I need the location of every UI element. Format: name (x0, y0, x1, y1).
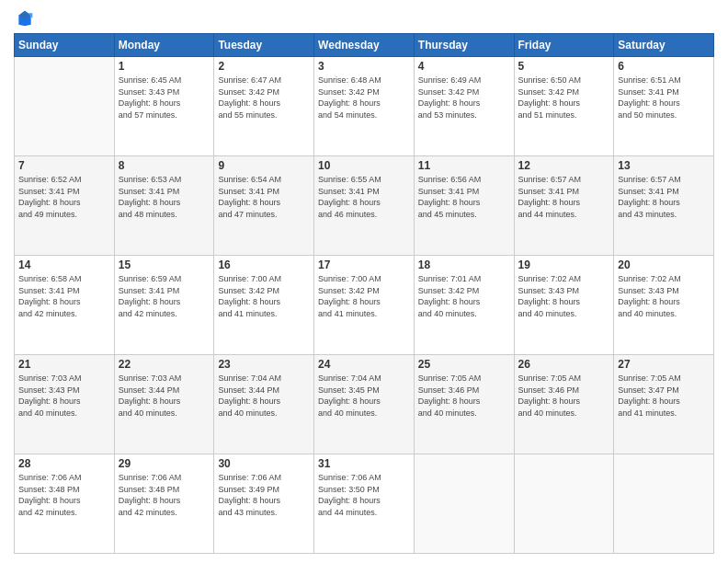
day-info: Sunrise: 6:48 AM Sunset: 3:42 PM Dayligh… (318, 75, 410, 121)
day-number: 25 (418, 358, 510, 371)
day-number: 10 (318, 159, 410, 172)
day-info: Sunrise: 6:55 AM Sunset: 3:41 PM Dayligh… (318, 174, 410, 220)
calendar-cell: 9Sunrise: 6:54 AM Sunset: 3:41 PM Daylig… (214, 156, 314, 256)
day-number: 3 (318, 60, 410, 73)
calendar-cell: 2Sunrise: 6:47 AM Sunset: 3:42 PM Daylig… (214, 57, 314, 156)
day-info: Sunrise: 7:03 AM Sunset: 3:44 PM Dayligh… (119, 373, 210, 419)
day-number: 27 (618, 358, 710, 371)
day-number: 15 (119, 259, 210, 271)
page: SundayMondayTuesdayWednesdayThursdayFrid… (0, 0, 728, 563)
calendar-cell (514, 454, 614, 554)
day-info: Sunrise: 6:45 AM Sunset: 3:43 PM Dayligh… (119, 75, 210, 121)
calendar-cell: 29Sunrise: 7:06 AM Sunset: 3:48 PM Dayli… (114, 454, 214, 554)
day-info: Sunrise: 6:52 AM Sunset: 3:41 PM Dayligh… (18, 174, 110, 220)
day-number: 13 (618, 159, 710, 172)
calendar-cell: 30Sunrise: 7:06 AM Sunset: 3:49 PM Dayli… (214, 454, 314, 554)
day-number: 26 (518, 358, 610, 371)
day-info: Sunrise: 6:57 AM Sunset: 3:41 PM Dayligh… (618, 174, 710, 220)
day-info: Sunrise: 7:02 AM Sunset: 3:43 PM Dayligh… (618, 273, 710, 319)
header (14, 9, 714, 28)
day-number: 1 (119, 60, 210, 73)
day-number: 22 (119, 358, 210, 371)
day-number: 16 (218, 259, 310, 271)
day-info: Sunrise: 6:51 AM Sunset: 3:41 PM Dayligh… (618, 75, 710, 121)
day-info: Sunrise: 6:56 AM Sunset: 3:41 PM Dayligh… (418, 174, 510, 220)
calendar-week-row: 7Sunrise: 6:52 AM Sunset: 3:41 PM Daylig… (15, 156, 714, 256)
day-info: Sunrise: 7:06 AM Sunset: 3:49 PM Dayligh… (218, 472, 310, 518)
day-info: Sunrise: 7:06 AM Sunset: 3:48 PM Dayligh… (119, 472, 210, 518)
calendar-cell: 17Sunrise: 7:00 AM Sunset: 3:42 PM Dayli… (314, 256, 415, 355)
day-info: Sunrise: 6:50 AM Sunset: 3:42 PM Dayligh… (518, 75, 610, 121)
day-number: 17 (318, 259, 410, 271)
day-info: Sunrise: 7:02 AM Sunset: 3:43 PM Dayligh… (518, 273, 610, 319)
day-number: 21 (18, 358, 110, 371)
calendar-cell (414, 454, 514, 554)
calendar-cell: 26Sunrise: 7:05 AM Sunset: 3:46 PM Dayli… (514, 355, 614, 454)
calendar-cell: 28Sunrise: 7:06 AM Sunset: 3:48 PM Dayli… (15, 454, 115, 554)
day-number: 7 (18, 159, 110, 172)
logo (14, 9, 34, 28)
day-info: Sunrise: 6:57 AM Sunset: 3:41 PM Dayligh… (518, 174, 610, 220)
day-info: Sunrise: 7:01 AM Sunset: 3:42 PM Dayligh… (418, 273, 510, 319)
calendar-header-row: SundayMondayTuesdayWednesdayThursdayFrid… (15, 34, 714, 57)
day-info: Sunrise: 6:59 AM Sunset: 3:41 PM Dayligh… (119, 273, 210, 319)
calendar-header-saturday: Saturday (614, 34, 714, 57)
calendar-cell: 24Sunrise: 7:04 AM Sunset: 3:45 PM Dayli… (314, 355, 415, 454)
day-number: 5 (518, 60, 610, 73)
calendar-cell: 25Sunrise: 7:05 AM Sunset: 3:46 PM Dayli… (414, 355, 514, 454)
day-info: Sunrise: 7:00 AM Sunset: 3:42 PM Dayligh… (318, 273, 410, 319)
day-number: 2 (218, 60, 310, 73)
calendar-header-monday: Monday (114, 34, 214, 57)
day-number: 23 (218, 358, 310, 371)
calendar-cell: 12Sunrise: 6:57 AM Sunset: 3:41 PM Dayli… (514, 156, 614, 256)
day-info: Sunrise: 7:03 AM Sunset: 3:43 PM Dayligh… (18, 373, 110, 419)
calendar-cell: 22Sunrise: 7:03 AM Sunset: 3:44 PM Dayli… (114, 355, 214, 454)
day-number: 24 (318, 358, 410, 371)
calendar-week-row: 21Sunrise: 7:03 AM Sunset: 3:43 PM Dayli… (15, 355, 714, 454)
calendar-cell: 27Sunrise: 7:05 AM Sunset: 3:47 PM Dayli… (614, 355, 714, 454)
day-number: 19 (518, 259, 610, 271)
day-number: 30 (218, 457, 310, 470)
day-info: Sunrise: 7:04 AM Sunset: 3:45 PM Dayligh… (318, 373, 410, 419)
day-info: Sunrise: 7:00 AM Sunset: 3:42 PM Dayligh… (218, 273, 310, 319)
day-number: 8 (119, 159, 210, 172)
calendar-cell (15, 57, 115, 156)
calendar-cell: 10Sunrise: 6:55 AM Sunset: 3:41 PM Dayli… (314, 156, 415, 256)
calendar-cell: 3Sunrise: 6:48 AM Sunset: 3:42 PM Daylig… (314, 57, 415, 156)
day-number: 28 (18, 457, 110, 470)
day-number: 31 (318, 457, 410, 470)
calendar-cell: 18Sunrise: 7:01 AM Sunset: 3:42 PM Dayli… (414, 256, 514, 355)
calendar-cell: 8Sunrise: 6:53 AM Sunset: 3:41 PM Daylig… (114, 156, 214, 256)
calendar-header-tuesday: Tuesday (214, 34, 314, 57)
calendar-cell: 31Sunrise: 7:06 AM Sunset: 3:50 PM Dayli… (314, 454, 415, 554)
day-number: 18 (418, 259, 510, 271)
day-number: 12 (518, 159, 610, 172)
day-info: Sunrise: 7:06 AM Sunset: 3:48 PM Dayligh… (18, 472, 110, 518)
calendar-cell: 14Sunrise: 6:58 AM Sunset: 3:41 PM Dayli… (15, 256, 115, 355)
day-number: 20 (618, 259, 710, 271)
day-info: Sunrise: 6:53 AM Sunset: 3:41 PM Dayligh… (119, 174, 210, 220)
calendar-week-row: 1Sunrise: 6:45 AM Sunset: 3:43 PM Daylig… (15, 57, 714, 156)
calendar-cell: 19Sunrise: 7:02 AM Sunset: 3:43 PM Dayli… (514, 256, 614, 355)
calendar-cell (614, 454, 714, 554)
day-info: Sunrise: 7:05 AM Sunset: 3:46 PM Dayligh… (518, 373, 610, 419)
calendar-cell: 16Sunrise: 7:00 AM Sunset: 3:42 PM Dayli… (214, 256, 314, 355)
calendar-cell: 13Sunrise: 6:57 AM Sunset: 3:41 PM Dayli… (614, 156, 714, 256)
calendar-header-sunday: Sunday (15, 34, 115, 57)
calendar-cell: 20Sunrise: 7:02 AM Sunset: 3:43 PM Dayli… (614, 256, 714, 355)
day-info: Sunrise: 7:04 AM Sunset: 3:44 PM Dayligh… (218, 373, 310, 419)
day-info: Sunrise: 6:54 AM Sunset: 3:41 PM Dayligh… (218, 174, 310, 220)
day-number: 9 (218, 159, 310, 172)
day-info: Sunrise: 7:05 AM Sunset: 3:46 PM Dayligh… (418, 373, 510, 419)
calendar-cell: 23Sunrise: 7:04 AM Sunset: 3:44 PM Dayli… (214, 355, 314, 454)
calendar-cell: 15Sunrise: 6:59 AM Sunset: 3:41 PM Dayli… (114, 256, 214, 355)
day-info: Sunrise: 7:05 AM Sunset: 3:47 PM Dayligh… (618, 373, 710, 419)
calendar-header-wednesday: Wednesday (314, 34, 415, 57)
day-number: 6 (618, 60, 710, 73)
calendar-header-friday: Friday (514, 34, 614, 57)
calendar-cell: 11Sunrise: 6:56 AM Sunset: 3:41 PM Dayli… (414, 156, 514, 256)
calendar-header-thursday: Thursday (414, 34, 514, 57)
calendar-cell: 1Sunrise: 6:45 AM Sunset: 3:43 PM Daylig… (114, 57, 214, 156)
logo-icon (16, 9, 34, 28)
day-number: 11 (418, 159, 510, 172)
